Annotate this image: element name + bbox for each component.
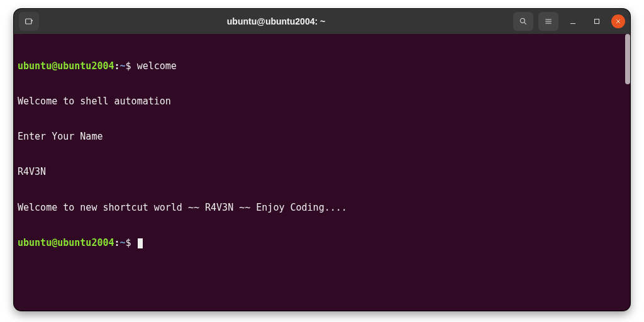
svg-point-1 <box>520 18 525 23</box>
new-tab-icon <box>24 16 34 26</box>
minimize-icon <box>569 17 577 26</box>
terminal-body[interactable]: ubuntu@ubuntu2004:~$ welcome Welcome to … <box>14 34 630 311</box>
hamburger-icon <box>544 17 553 26</box>
terminal-line: ubuntu@ubuntu2004:~$ welcome <box>18 60 626 72</box>
prompt-path: ~ <box>120 237 126 248</box>
menu-button[interactable] <box>538 12 558 31</box>
prompt-symbol: $ <box>126 237 131 248</box>
cursor <box>138 238 143 248</box>
minimize-button[interactable] <box>564 13 582 30</box>
prompt-sep: : <box>114 60 120 72</box>
terminal-output: R4V3N <box>18 166 626 178</box>
terminal-output: Welcome to new shortcut world ~~ R4V3N ~… <box>18 202 626 214</box>
maximize-icon <box>592 17 601 26</box>
svg-rect-0 <box>26 19 31 24</box>
svg-rect-2 <box>595 19 599 24</box>
prompt-user-host: ubuntu@ubuntu2004 <box>18 237 114 248</box>
terminal-output: Welcome to shell automation <box>18 96 626 108</box>
prompt-symbol: $ <box>126 60 131 72</box>
new-tab-button[interactable] <box>19 12 39 31</box>
prompt-sep: : <box>114 237 120 248</box>
titlebar: ubuntu@ubuntu2004: ~ <box>14 9 630 34</box>
terminal-window: ubuntu@ubuntu2004: ~ <box>14 9 630 311</box>
search-icon <box>519 17 528 26</box>
close-button[interactable] <box>611 14 625 28</box>
terminal-line: ubuntu@ubuntu2004:~$ <box>18 237 626 249</box>
maximize-button[interactable] <box>587 13 606 30</box>
scrollbar-thumb[interactable] <box>625 34 630 84</box>
prompt-user-host: ubuntu@ubuntu2004 <box>18 60 114 72</box>
scrollbar-track[interactable] <box>625 34 630 311</box>
terminal-output: Enter Your Name <box>18 131 626 143</box>
search-button[interactable] <box>513 12 533 31</box>
prompt-path: ~ <box>120 60 126 72</box>
close-icon <box>615 18 621 25</box>
command-text: welcome <box>137 60 177 72</box>
window-title: ubuntu@ubuntu2004: ~ <box>44 16 508 26</box>
